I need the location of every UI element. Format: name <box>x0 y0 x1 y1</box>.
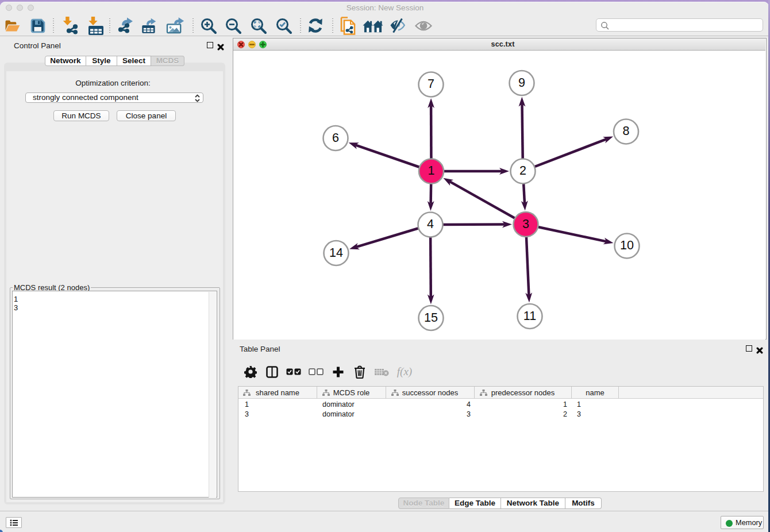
svg-text:10: 10 <box>620 238 634 252</box>
svg-text:8: 8 <box>623 124 630 138</box>
svg-text:14: 14 <box>329 246 343 260</box>
svg-text:7: 7 <box>428 77 434 91</box>
svg-text:2: 2 <box>519 164 526 178</box>
svg-text:4: 4 <box>427 217 434 231</box>
svg-text:11: 11 <box>523 309 536 323</box>
svg-text:3: 3 <box>522 217 529 231</box>
svg-text:9: 9 <box>518 76 525 90</box>
svg-text:15: 15 <box>424 311 438 325</box>
svg-text:1: 1 <box>428 164 435 178</box>
svg-text:6: 6 <box>332 131 339 145</box>
